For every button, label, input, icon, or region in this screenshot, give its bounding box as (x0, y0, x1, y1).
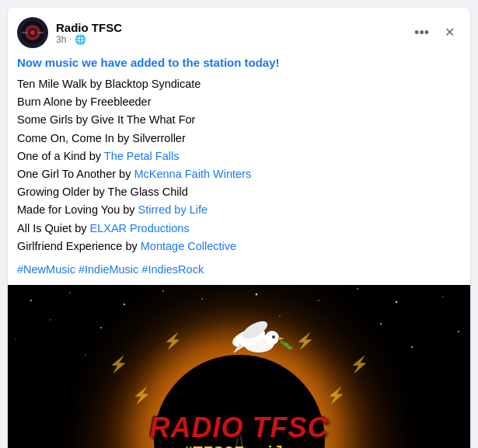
track-item: Growing Older by The Glass Child (17, 183, 461, 201)
artist-link[interactable]: McKenna Faith Winters (134, 168, 251, 180)
post-headline: Now music we have added to the station t… (17, 56, 461, 69)
page-name[interactable]: Radio TFSC (56, 21, 408, 34)
post-header: Radio TFSC 3h · 🌐 ••• ✕ (8, 8, 470, 53)
svg-point-20 (380, 323, 382, 325)
track-item: One of a Kind by The Petal Falls (17, 148, 461, 165)
svg-point-13 (318, 300, 319, 301)
svg-point-22 (458, 331, 459, 332)
tagline: #TFSCFamily (150, 444, 329, 448)
artist-link[interactable]: Stirred by Life (138, 203, 208, 216)
globe-icon: 🌐 (75, 34, 86, 45)
svg-point-26 (265, 331, 279, 345)
close-button[interactable]: ✕ (438, 23, 461, 42)
track-item: All Is Quiet by ELXAR Productions (17, 220, 461, 238)
header-info: Radio TFSC 3h · 🌐 (56, 21, 408, 45)
svg-point-24 (411, 346, 413, 348)
post-meta: 3h · 🌐 (56, 34, 408, 45)
svg-point-32 (272, 335, 275, 339)
more-options-button[interactable]: ••• (408, 23, 435, 43)
svg-point-12 (256, 293, 258, 295)
post-body: Now music we have added to the station t… (8, 53, 470, 285)
track-item: Ten Mile Walk by Blacktop Syndicate (17, 75, 461, 93)
svg-point-16 (442, 296, 444, 297)
svg-point-9 (124, 304, 125, 305)
bolt-top-right: ⚡ (295, 332, 315, 350)
artist-link[interactable]: Montage Collective (141, 240, 236, 252)
svg-point-18 (100, 327, 102, 328)
post-card: Radio TFSC 3h · 🌐 ••• ✕ Now music we hav… (8, 8, 470, 448)
svg-point-4 (30, 30, 35, 35)
track-item: Come On, Come In by Silverroller (17, 130, 461, 148)
track-item: One Girl To Another by McKenna Faith Win… (17, 165, 461, 183)
radio-name: RADIO TFSC (150, 412, 329, 444)
svg-point-21 (15, 339, 16, 340)
track-item: Burn Alone by Freebleeder (17, 93, 461, 111)
bolt-left-2: ⚡ (132, 386, 152, 405)
svg-point-7 (30, 300, 32, 301)
post-image: ⚡ ⚡ ⚡ ⚡ ⚡ ⚡ (8, 285, 470, 448)
dove-icon (216, 308, 294, 370)
hashtags[interactable]: #NewMusic #IndieMusic #IndiesRock (17, 263, 461, 276)
track-item: Girlfriend Experience by Montage Collect… (17, 238, 461, 255)
track-list: Ten Mile Walk by Blacktop SyndicateBurn … (17, 75, 461, 255)
bolt-top-left: ⚡ (163, 332, 183, 350)
radio-branding: RADIO TFSC #TFSCFamily (150, 412, 329, 448)
bolt-right-1: ⚡ (350, 355, 369, 373)
track-item: Some Girls by Give It The What For (17, 111, 461, 129)
svg-point-14 (357, 288, 358, 290)
svg-point-8 (69, 292, 71, 293)
svg-point-23 (85, 354, 86, 356)
svg-point-11 (201, 298, 203, 300)
header-actions: ••• ✕ (408, 23, 461, 43)
bolt-right-2: ⚡ (326, 386, 346, 405)
artist-link[interactable]: ELXAR Productions (89, 222, 189, 234)
track-item: Made for Loving You by Stirred by Life (17, 201, 461, 219)
artist-link[interactable]: The Petal Falls (104, 150, 180, 162)
svg-point-17 (50, 319, 51, 321)
svg-point-15 (396, 301, 397, 303)
avatar[interactable] (17, 17, 48, 48)
separator: · (69, 35, 72, 43)
svg-point-10 (162, 290, 164, 292)
time-ago: 3h (56, 34, 66, 45)
bolt-left-1: ⚡ (109, 355, 128, 373)
